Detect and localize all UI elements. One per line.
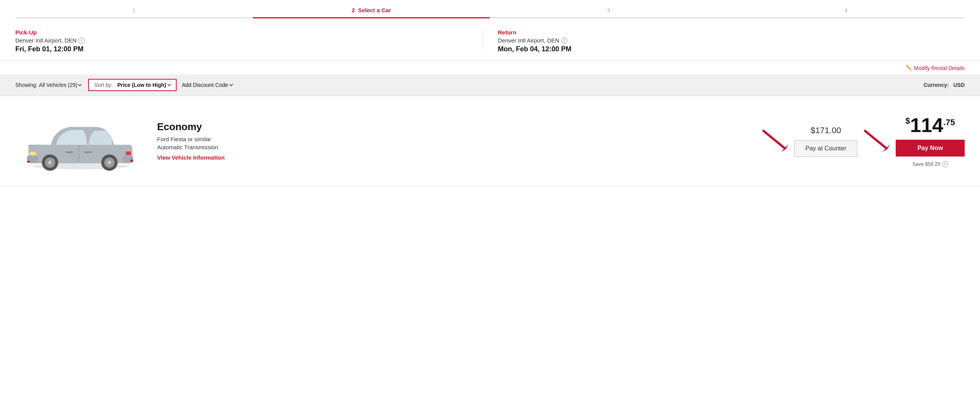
arrow-1-icon [760, 127, 790, 154]
pay-now-button[interactable]: Pay Now [896, 140, 965, 157]
rental-info: Pick-Up Denver Intl Airport, DEN i Fri, … [0, 18, 980, 60]
price-dollar-sign: $ [905, 117, 910, 125]
return-info: Return Denver Intl Airport, DEN i Mon, F… [482, 29, 965, 53]
modify-link-area: ✏️ Modify Rental Details [0, 60, 980, 74]
price-cents: .75 [943, 118, 955, 127]
pricing-area: $171.00 Pay at Counter $ 114 .75 Pay Now… [760, 115, 965, 167]
car-model: Ford Fiesta or similar [157, 136, 760, 142]
svg-point-4 [29, 152, 36, 156]
arrow-1-area [760, 127, 790, 155]
svg-line-17 [764, 131, 785, 148]
sort-dropdown[interactable]: Sort by: Price (Low to High) [88, 79, 177, 91]
discount-code-button[interactable]: Add Discount Code [182, 82, 233, 88]
progress-bar: 1 2 Select a Car 3 4 [0, 0, 980, 17]
svg-rect-13 [66, 152, 73, 153]
car-transmission: Automatic Transmission [157, 144, 760, 150]
sort-label: Sort by: [94, 82, 113, 88]
save-amount: Save $56.25 i [912, 161, 948, 167]
modify-rental-link[interactable]: ✏️ Modify Rental Details [906, 65, 965, 71]
arrow-2-icon [861, 127, 892, 154]
svg-rect-16 [131, 160, 133, 162]
arrow-2-area [861, 127, 892, 155]
svg-rect-15 [27, 161, 30, 163]
view-vehicle-link[interactable]: View Vehicle Information [157, 154, 225, 161]
return-date: Mon, Feb 04, 12:00 PM [498, 45, 965, 53]
car-listing: Economy Ford Fiesta or similar Automatic… [0, 96, 980, 186]
pickup-info-icon[interactable]: i [79, 38, 85, 44]
pickup-location: Denver Intl Airport, DEN i [15, 37, 482, 44]
car-image [21, 111, 140, 171]
svg-rect-5 [126, 152, 131, 155]
svg-point-8 [48, 161, 52, 165]
discount-chevron-icon [229, 83, 233, 87]
pickup-date: Fri, Feb 01, 12:00 PM [15, 45, 482, 53]
save-info-icon[interactable]: i [942, 161, 948, 167]
showing-chevron-icon [78, 83, 82, 87]
pickup-label: Pick-Up [15, 29, 482, 36]
currency-display: Currency: USD [924, 82, 965, 88]
return-label: Return [498, 29, 965, 36]
showing-dropdown[interactable]: All Vehicles (29) [39, 82, 81, 88]
step-2[interactable]: 2 Select a Car [253, 7, 490, 17]
counter-price: $171.00 [811, 126, 841, 135]
step-1[interactable]: 1 [15, 7, 253, 17]
return-location: Denver Intl Airport, DEN i [498, 37, 965, 44]
pay-now-column: $ 114 .75 Pay Now Save $56.25 i [896, 115, 965, 167]
filter-bar: Showing: All Vehicles (29) Sort by: Pric… [0, 74, 980, 96]
price-main-number: 114 [910, 115, 943, 135]
showing-label: Showing: [15, 82, 38, 88]
step-4[interactable]: 4 [728, 7, 965, 17]
sort-chevron-icon [167, 83, 171, 87]
car-class: Economy [157, 121, 760, 133]
pickup-info: Pick-Up Denver Intl Airport, DEN i Fri, … [15, 29, 482, 53]
svg-rect-14 [84, 152, 92, 153]
now-price: $ 114 .75 [905, 115, 955, 135]
pay-counter-column: $171.00 Pay at Counter [794, 126, 857, 157]
car-image-area [15, 111, 146, 171]
svg-line-19 [865, 131, 886, 148]
svg-point-11 [108, 161, 111, 165]
car-details: Economy Ford Fiesta or similar Automatic… [146, 121, 760, 161]
return-info-icon[interactable]: i [561, 38, 567, 44]
showing-filter: Showing: All Vehicles (29) [15, 82, 81, 88]
sort-value: Price (Low to High) [117, 82, 166, 88]
step-3[interactable]: 3 [490, 7, 728, 17]
pencil-icon: ✏️ [906, 65, 912, 71]
pay-at-counter-button[interactable]: Pay at Counter [794, 140, 857, 157]
